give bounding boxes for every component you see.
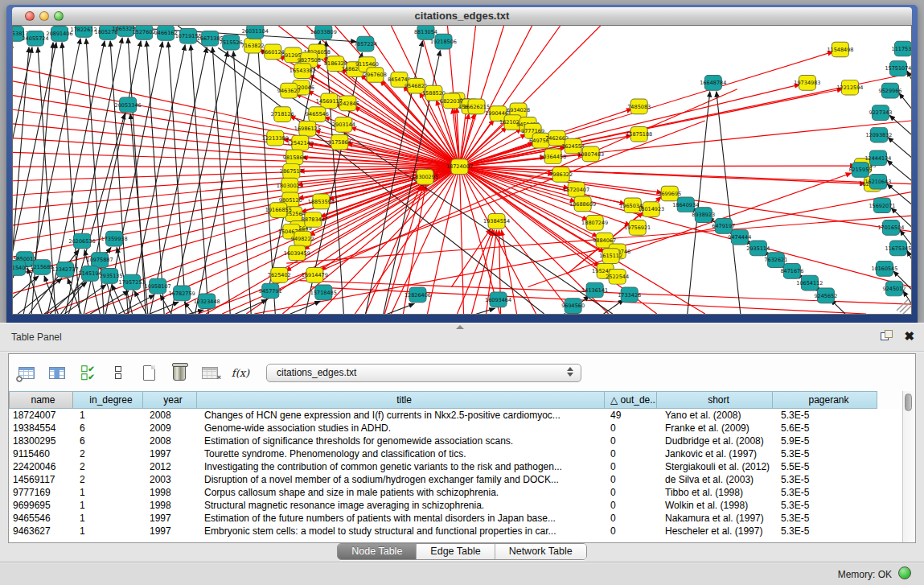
tab-network-table[interactable]: Network Table xyxy=(495,544,586,559)
cell-title: Structural magnetic resonance image aver… xyxy=(197,499,605,512)
graph-node-label: 2718126 xyxy=(271,111,294,117)
table-row[interactable]: 1872400712008Changes of HCN gene express… xyxy=(9,409,915,422)
graph-node-label: 1527602 xyxy=(133,29,156,35)
node-table: name in_degree year title △ out_de... sh… xyxy=(9,391,915,542)
graph-node-label: 19218506 xyxy=(430,39,457,45)
graph-node-label: 17016504 xyxy=(877,225,904,231)
column-header-in-degree[interactable]: in_degree xyxy=(73,391,143,409)
column-header-pagerank[interactable]: pagerank xyxy=(773,391,877,409)
cell-year: 1998 xyxy=(143,486,197,499)
import-table-icon[interactable]: × xyxy=(199,362,221,383)
cell-in_degree: 1 xyxy=(73,525,143,538)
table-row[interactable]: 1830029562008Estimation of significance … xyxy=(9,435,915,447)
network-view[interactable]: 7163822866012459129541822605898275088186… xyxy=(12,25,912,315)
column-header-year[interactable]: year xyxy=(143,391,197,409)
table-scrollbar[interactable] xyxy=(902,391,915,542)
table-row[interactable]: 977716911998Corpus callosum shape and si… xyxy=(9,486,915,499)
cell-out_degree: 0 xyxy=(605,525,657,538)
tab-edge-table[interactable]: Edge Table xyxy=(417,544,495,559)
function-builder-icon[interactable]: f(x) xyxy=(229,362,252,383)
cell-title: Disruption of a novel member of a sodium… xyxy=(197,473,605,486)
graph-node-label: 19734983 xyxy=(794,80,820,86)
graph-node-label: 14569117 xyxy=(316,98,343,105)
cell-year: 1998 xyxy=(143,499,197,512)
graph-node-label: 8938923 xyxy=(692,212,715,218)
column-header-name[interactable]: name xyxy=(9,391,73,409)
tab-node-table[interactable]: Node Table xyxy=(338,544,417,559)
cell-pagerank: 5.3E-5 xyxy=(773,473,877,486)
table-row[interactable]: 911546021997Tourette syndrome. Phenomeno… xyxy=(9,447,915,460)
column-header-out-degree[interactable]: △ out_de... xyxy=(605,391,657,409)
cell-out_degree: 0 xyxy=(605,512,657,525)
cell-year: 2008 xyxy=(143,409,197,422)
graph-edge xyxy=(134,290,153,314)
graph-node-label: 7625402 xyxy=(268,272,291,278)
graph-node-label: 17957253 xyxy=(119,279,146,286)
graph-node-label: 9463627 xyxy=(277,88,301,94)
cell-year: 2008 xyxy=(143,435,197,447)
table-row[interactable]: 1456911722003Disruption of a novel membe… xyxy=(9,473,915,486)
graph-node-label: 14136141 xyxy=(581,287,608,294)
graph-node-label: 16986125 xyxy=(294,126,321,132)
graph-node-label: 12213389 xyxy=(262,135,289,142)
graph-node-label: 7632621 xyxy=(764,257,787,263)
column-header-short[interactable]: short xyxy=(657,391,773,409)
table-mode-icon[interactable] xyxy=(15,362,38,383)
cell-in_degree: 6 xyxy=(73,422,143,435)
graph-edge xyxy=(459,167,463,314)
table-row[interactable]: 946554611997Estimation of the future num… xyxy=(9,512,915,525)
delete-table-icon[interactable] xyxy=(168,362,191,383)
memory-status-icon[interactable] xyxy=(898,566,911,579)
cell-pagerank: 5.3E-5 xyxy=(773,525,877,538)
graph-node-label: 8878344 xyxy=(302,216,325,223)
cell-pagerank: 5.5E-5 xyxy=(773,460,877,473)
graph-node-label: 15720407 xyxy=(563,187,589,193)
graph-node-label: 2935114 xyxy=(746,245,770,252)
graph-node-label: 12444134 xyxy=(864,155,891,162)
graph-node-label: 20053346 xyxy=(115,102,142,109)
cell-year: 1997 xyxy=(143,525,197,538)
cell-title: Embryonic stem cells: a model to study s… xyxy=(197,525,605,538)
panel-splitter-handle[interactable] xyxy=(456,325,464,329)
scrollbar-thumb[interactable] xyxy=(905,393,912,411)
graph-node-label: 9175864 xyxy=(328,139,351,146)
graph-node-label: 17359938 xyxy=(101,236,128,242)
float-panel-icon[interactable] xyxy=(881,330,893,342)
graph-edge xyxy=(451,229,491,287)
cell-short: Wolkin et al. (1998) xyxy=(657,499,773,512)
table-row[interactable]: 969969511998Structural magnetic resonanc… xyxy=(9,499,915,512)
cell-pagerank: 5.3E-5 xyxy=(773,486,877,499)
column-header-title[interactable]: title xyxy=(197,391,605,409)
rows-icon[interactable] xyxy=(107,362,129,383)
table-row[interactable]: 946362711997Embryonic stem cells: a mode… xyxy=(9,525,915,538)
graph-node-label: 16033809 xyxy=(310,29,337,35)
cell-name: 19384554 xyxy=(9,422,73,435)
graph-node-label: 16543382 xyxy=(290,68,316,74)
create-table-icon[interactable] xyxy=(138,362,160,383)
cell-name: 9699695 xyxy=(9,499,73,512)
resize-grip-icon[interactable] xyxy=(897,299,911,314)
table-row[interactable]: 2242004622012Investigating the contribut… xyxy=(9,460,915,473)
table-header-row: name in_degree year title △ out_de... sh… xyxy=(9,391,915,409)
show-columns-icon[interactable] xyxy=(46,362,68,383)
cell-out_degree: 0 xyxy=(605,435,657,447)
network-window: citations_edges.txt 71638228660124591295… xyxy=(6,5,918,323)
select-columns-icon[interactable]: ☐✔☐✔ xyxy=(76,362,99,383)
graph-node-label: 11675345 xyxy=(885,245,911,252)
cell-year: 1997 xyxy=(143,512,197,525)
graph-node-label: 20891406 xyxy=(47,31,73,37)
graph-node-label: 7857224 xyxy=(354,41,377,47)
table-body: 1872400712008Changes of HCN gene express… xyxy=(9,409,915,542)
cell-out_degree: 0 xyxy=(605,473,657,486)
graph-node-label: 6479197 xyxy=(712,223,735,229)
close-panel-icon[interactable]: ✖ xyxy=(904,330,914,342)
graph-node-label: 16093464 xyxy=(485,297,511,303)
graph-node-label: 9457791 xyxy=(259,288,282,295)
graph-node-label: 18807249 xyxy=(581,220,608,226)
table-select-dropdown[interactable]: citations_edges.txt xyxy=(266,364,581,382)
cell-short: de Silva et al. (2003) xyxy=(657,473,773,486)
graph-node-label: 17822612 xyxy=(71,27,97,33)
cell-pagerank: 5.9E-5 xyxy=(773,435,877,447)
table-row[interactable]: 1938455462009Genome-wide association stu… xyxy=(9,422,915,435)
window-titlebar[interactable]: citations_edges.txt xyxy=(12,7,912,26)
